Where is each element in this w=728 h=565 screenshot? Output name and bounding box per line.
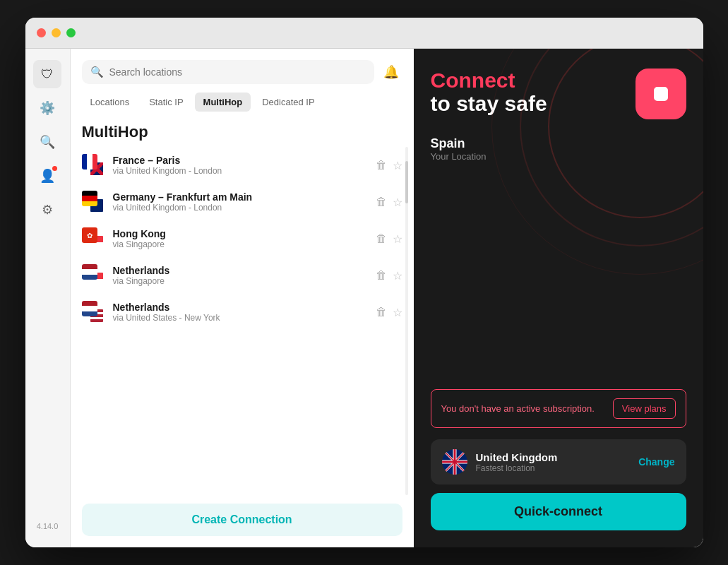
list-item[interactable]: ✿ Hong Kong via Singapore 🗑 ☆ bbox=[76, 220, 408, 257]
uk-flag bbox=[442, 449, 467, 475]
version-label: 4.14.0 bbox=[37, 522, 59, 536]
selected-location-name: United Kingdom bbox=[476, 451, 631, 463]
location-name: Netherlands bbox=[113, 265, 367, 276]
flag-combo-germany-uk bbox=[82, 191, 105, 213]
location-via: via United Kingdom - London bbox=[113, 203, 367, 213]
svg-rect-0 bbox=[654, 87, 668, 101]
flag-nl bbox=[82, 301, 97, 316]
warning-text: You don't have an active subscription. bbox=[441, 403, 595, 414]
flag-combo-nl-us bbox=[82, 301, 105, 323]
flag-nl bbox=[82, 264, 97, 280]
location-name: France – Paris bbox=[113, 155, 367, 166]
vpn-icon bbox=[635, 69, 686, 119]
your-location-country: Spain bbox=[431, 136, 686, 151]
action-icons: 🗑 ☆ bbox=[376, 159, 402, 172]
delete-icon[interactable]: 🗑 bbox=[376, 269, 387, 282]
your-location-label: Your Location bbox=[431, 151, 686, 162]
tab-locations[interactable]: Locations bbox=[82, 93, 138, 112]
flag-combo-france-uk bbox=[82, 154, 105, 177]
action-icons: 🗑 ☆ bbox=[376, 306, 402, 319]
search-bar: 🔍 🔔 bbox=[71, 49, 414, 84]
location-select: United Kingdom Fastest location Change bbox=[431, 439, 686, 484]
notification-bell[interactable]: 🔔 bbox=[380, 61, 402, 83]
location-via: via Singapore bbox=[113, 239, 367, 249]
sidebar-item-account[interactable]: 👤 bbox=[33, 162, 61, 190]
flag-combo-hk-sg: ✿ bbox=[82, 227, 105, 250]
location-info: Germany – Frankfurt am Main via United K… bbox=[113, 191, 367, 213]
location-via: via Singapore bbox=[113, 276, 367, 286]
search-input[interactable] bbox=[109, 66, 366, 78]
tab-dedicated-ip[interactable]: Dedicated IP bbox=[253, 93, 323, 112]
location-name: Netherlands bbox=[113, 302, 367, 313]
sidebar-item-cogwheel[interactable]: ⚙️ bbox=[33, 94, 61, 122]
section-title: MultiHop bbox=[71, 112, 414, 147]
delete-icon[interactable]: 🗑 bbox=[376, 232, 387, 246]
location-info: Hong Kong via Singapore bbox=[113, 228, 367, 249]
favorite-icon[interactable]: ☆ bbox=[393, 159, 402, 172]
app-body: 🛡 ⚙️ 🔍 👤 ⚙ 4.14.0 🔍 bbox=[25, 49, 703, 547]
sidebar-item-settings[interactable]: ⚙ bbox=[33, 196, 61, 224]
scrollbar-track bbox=[405, 147, 408, 495]
favorite-icon[interactable]: ☆ bbox=[393, 196, 402, 209]
list-item[interactable]: Netherlands via United States - New York… bbox=[76, 294, 408, 331]
create-connection-wrap: Create Connection bbox=[71, 495, 414, 547]
action-icons: 🗑 ☆ bbox=[376, 232, 402, 246]
maximize-button[interactable] bbox=[66, 28, 76, 37]
connect-line1: Connect bbox=[431, 69, 547, 92]
titlebar bbox=[25, 18, 703, 49]
main-panel: 🔍 🔔 Locations Static IP MultiHop Dedicat… bbox=[71, 49, 414, 547]
tabs: Locations Static IP MultiHop Dedicated I… bbox=[71, 84, 414, 112]
location-via: via United States - New York bbox=[113, 313, 367, 323]
app-window: 🛡 ⚙️ 🔍 👤 ⚙ 4.14.0 🔍 bbox=[25, 18, 703, 547]
delete-icon[interactable]: 🗑 bbox=[376, 196, 387, 209]
sidebar-item-search[interactable]: 🔍 bbox=[33, 128, 61, 156]
location-via: via United Kingdom - London bbox=[113, 166, 367, 176]
minimize-button[interactable] bbox=[52, 28, 61, 37]
tab-multihop[interactable]: MultiHop bbox=[195, 93, 251, 112]
subscription-warning: You don't have an active subscription. V… bbox=[431, 389, 686, 428]
location-name: Hong Kong bbox=[113, 228, 367, 239]
favorite-icon[interactable]: ☆ bbox=[393, 232, 402, 246]
shield-icon: 🛡 bbox=[41, 67, 54, 82]
location-info: Netherlands via United States - New York bbox=[113, 302, 367, 323]
location-select-info: United Kingdom Fastest location bbox=[476, 451, 631, 473]
flag-germany bbox=[82, 191, 97, 206]
delete-icon[interactable]: 🗑 bbox=[376, 306, 387, 319]
cogwheel-icon: ⚙️ bbox=[40, 100, 55, 116]
favorite-icon[interactable]: ☆ bbox=[393, 269, 402, 282]
your-location-block: Spain Your Location bbox=[431, 136, 686, 162]
search-icon: 🔍 bbox=[40, 134, 55, 150]
sidebar: 🛡 ⚙️ 🔍 👤 ⚙ 4.14.0 bbox=[25, 49, 71, 547]
spacer bbox=[431, 162, 686, 389]
location-info: Netherlands via Singapore bbox=[113, 265, 367, 286]
right-panel: Connect to stay safe Spain Your Location… bbox=[414, 49, 703, 547]
action-icons: 🗑 ☆ bbox=[376, 196, 402, 209]
list-item[interactable]: France – Paris via United Kingdom - Lond… bbox=[76, 147, 408, 184]
favorite-icon[interactable]: ☆ bbox=[393, 306, 402, 319]
search-icon: 🔍 bbox=[90, 66, 104, 78]
list-item[interactable]: Germany – Frankfurt am Main via United K… bbox=[76, 184, 408, 220]
location-list-container: France – Paris via United Kingdom - Lond… bbox=[71, 147, 414, 495]
connect-text: Connect to stay safe bbox=[431, 69, 547, 115]
create-connection-button[interactable]: Create Connection bbox=[82, 504, 402, 536]
connect-header: Connect to stay safe bbox=[431, 69, 686, 119]
flag-hk: ✿ bbox=[82, 227, 97, 243]
flag-combo-nl-sg bbox=[82, 264, 105, 287]
location-list: France – Paris via United Kingdom - Lond… bbox=[71, 147, 414, 331]
connect-line2: to stay safe bbox=[431, 92, 547, 115]
sidebar-item-shield[interactable]: 🛡 bbox=[33, 60, 61, 88]
view-plans-button[interactable]: View plans bbox=[613, 398, 676, 419]
tab-static-ip[interactable]: Static IP bbox=[141, 93, 191, 112]
change-location-button[interactable]: Change bbox=[638, 456, 674, 468]
notification-badge bbox=[52, 166, 57, 171]
selected-location-sublabel: Fastest location bbox=[476, 463, 631, 473]
quick-connect-button[interactable]: Quick-connect bbox=[431, 493, 686, 530]
settings-icon: ⚙ bbox=[42, 202, 53, 218]
delete-icon[interactable]: 🗑 bbox=[376, 159, 387, 172]
list-item[interactable]: Netherlands via Singapore 🗑 ☆ bbox=[76, 257, 408, 294]
close-button[interactable] bbox=[37, 28, 46, 37]
location-name: Germany – Frankfurt am Main bbox=[113, 191, 367, 203]
location-info: France – Paris via United Kingdom - Lond… bbox=[113, 155, 367, 176]
scrollbar-thumb[interactable] bbox=[405, 161, 408, 203]
traffic-lights bbox=[37, 28, 76, 37]
